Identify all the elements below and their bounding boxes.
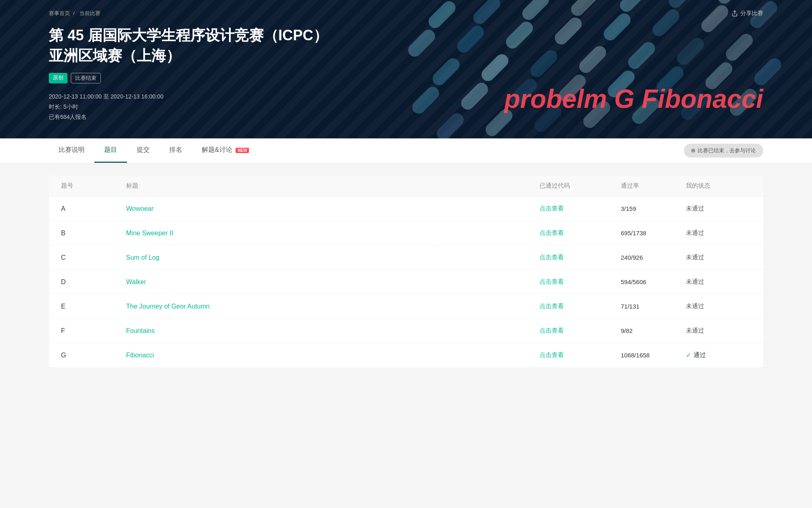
table-row: B Mine Sweeper II 点击查看 695/1738 未通过 xyxy=(49,221,763,245)
pass-rate: 594/5606 xyxy=(621,278,686,285)
svg-rect-10 xyxy=(552,15,584,47)
pass-rate: 695/1738 xyxy=(621,230,686,236)
svg-rect-7 xyxy=(406,27,438,59)
status-not-passed: 未通过 xyxy=(686,229,751,237)
table-header: 题号 标题 已通过代码 通过率 我的状态 xyxy=(49,175,763,197)
status-not-passed: 未通过 xyxy=(686,205,751,212)
view-code-link[interactable]: 点击查看 xyxy=(539,254,621,261)
problem-title-link[interactable]: The Journey of Geor Autumn xyxy=(126,303,539,310)
status-not-passed: 未通过 xyxy=(686,327,751,335)
breadcrumb-current: 当前比赛 xyxy=(79,10,100,16)
contest-title: 第 45 届国际大学生程序设计竞赛（ICPC） 亚洲区域赛（上海） xyxy=(49,25,334,66)
svg-rect-8 xyxy=(454,23,487,55)
problem-title-link[interactable]: Walker xyxy=(126,278,539,286)
tab-rank[interactable]: 排名 xyxy=(159,138,192,163)
pass-rate: 71/131 xyxy=(621,303,686,310)
problem-id: A xyxy=(61,205,126,212)
problem-title-link[interactable]: Sum of Log xyxy=(126,254,539,261)
breadcrumb-separator: / xyxy=(73,10,75,16)
svg-rect-19 xyxy=(626,39,658,71)
ended-dot-icon xyxy=(691,149,695,153)
status-not-passed: 未通过 xyxy=(686,254,751,261)
svg-rect-18 xyxy=(576,44,609,76)
table-row: A Wowoear 点击查看 3/159 未通过 xyxy=(49,197,763,221)
problem-id: C xyxy=(61,254,126,261)
problem-title-link[interactable]: Fountains xyxy=(126,327,539,335)
breadcrumb-home[interactable]: 赛事首页 xyxy=(49,10,70,16)
problem-id: B xyxy=(61,230,126,237)
svg-rect-13 xyxy=(699,2,731,35)
view-code-link[interactable]: 点击查看 xyxy=(539,327,621,335)
problem-title-link[interactable]: Wowoear xyxy=(126,205,539,212)
table-row: E The Journey of Geor Autumn 点击查看 71/131… xyxy=(49,294,763,319)
problem-title-link[interactable]: Fibonacci xyxy=(126,352,539,359)
main-content: 题号 标题 已通过代码 通过率 我的状态 A Wowoear 点击查看 3/15… xyxy=(0,163,812,379)
new-badge: NEW xyxy=(236,148,249,153)
pass-rate: 9/82 xyxy=(621,327,686,334)
table-row: F Fountains 点击查看 9/82 未通过 xyxy=(49,319,763,343)
tab-submit[interactable]: 提交 xyxy=(127,138,159,163)
status-not-passed: 未通过 xyxy=(686,302,751,310)
badge-row: 原创 比赛结束 xyxy=(49,73,763,83)
tab-intro[interactable]: 比赛说明 xyxy=(49,138,94,163)
overlay-problem-label: probelm G Fibonacci xyxy=(504,84,763,114)
pass-rate: 3/159 xyxy=(621,205,686,212)
share-button[interactable]: 分享比赛 xyxy=(731,10,763,17)
table-row: C Sum of Log 点击查看 240/926 未通过 xyxy=(49,245,763,270)
check-icon: ✓ xyxy=(686,351,691,359)
tab-problems[interactable]: 题目 xyxy=(94,138,127,163)
badge-ended: 比赛结束 xyxy=(71,73,101,83)
status-passed: ✓ 通过 xyxy=(686,351,751,359)
svg-rect-9 xyxy=(503,19,535,51)
svg-rect-20 xyxy=(674,35,707,67)
table-row: D Walker 点击查看 594/5606 未通过 xyxy=(49,270,763,294)
problems-table: 题号 标题 已通过代码 通过率 我的状态 A Wowoear 点击查看 3/15… xyxy=(49,175,763,367)
svg-rect-6 xyxy=(715,0,747,7)
problem-id: F xyxy=(61,327,126,335)
svg-rect-21 xyxy=(723,31,755,63)
col-header-id: 题号 xyxy=(61,182,126,190)
view-code-link[interactable]: 点击查看 xyxy=(539,229,621,237)
problem-id: E xyxy=(61,303,126,310)
view-code-link[interactable]: 点击查看 xyxy=(539,205,621,212)
tabs-bar: 比赛说明 题目 提交 排名 解题&讨论 NEW 比赛已结束，去参与讨论 xyxy=(0,138,812,163)
problem-title-link[interactable]: Mine Sweeper II xyxy=(126,230,539,237)
col-header-rate: 通过率 xyxy=(621,182,686,190)
breadcrumb: 赛事首页 / 当前比赛 xyxy=(49,10,763,17)
share-icon xyxy=(731,10,738,17)
tab-discuss[interactable]: 解题&讨论 NEW xyxy=(192,138,259,163)
problem-id: D xyxy=(61,278,126,286)
col-header-status: 我的状态 xyxy=(686,182,751,190)
table-row: G Fibonacci 点击查看 1068/1658 ✓ 通过 xyxy=(49,343,763,367)
pass-rate: 240/926 xyxy=(621,254,686,261)
svg-rect-5 xyxy=(666,0,698,11)
contest-ended-button[interactable]: 比赛已结束，去参与讨论 xyxy=(684,144,763,158)
badge-original: 原创 xyxy=(49,73,68,83)
pass-rate: 1068/1658 xyxy=(621,352,686,359)
view-code-link[interactable]: 点击查看 xyxy=(539,351,621,359)
table-body: A Wowoear 点击查看 3/159 未通过 B Mine Sweeper … xyxy=(49,197,763,367)
col-header-accepted: 已通过代码 xyxy=(539,182,621,190)
status-not-passed: 未通过 xyxy=(686,278,751,286)
view-code-link[interactable]: 点击查看 xyxy=(539,302,621,310)
view-code-link[interactable]: 点击查看 xyxy=(539,278,621,286)
problem-id: G xyxy=(61,352,126,359)
banner: 赛事首页 / 当前比赛 分享比赛 第 45 届国际大学生程序设计竞赛（ICPC）… xyxy=(0,0,812,138)
col-header-title: 标题 xyxy=(126,182,539,190)
